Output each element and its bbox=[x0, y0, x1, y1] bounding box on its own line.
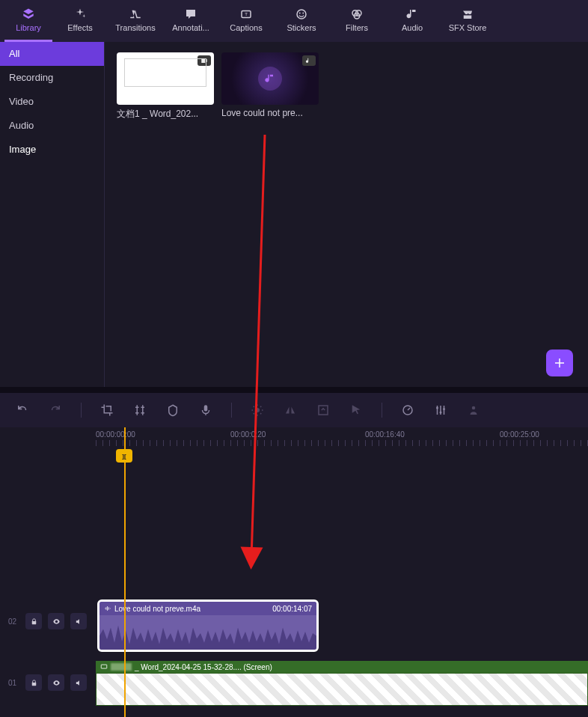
sidebar-item-recording[interactable]: Recording bbox=[0, 66, 104, 90]
track-row-02: 02 bbox=[0, 613, 588, 629]
timeline-ruler[interactable]: 00:00:00:00 00:00:0:20 00:00:16:40 00:00… bbox=[0, 427, 588, 448]
top-tabs: Library Effects Transitions Annotati... … bbox=[0, 0, 588, 42]
marker-button[interactable] bbox=[165, 403, 180, 418]
tab-label: Effects bbox=[67, 23, 92, 32]
sidebar-item-image[interactable]: Image bbox=[0, 138, 104, 162]
plus-icon bbox=[553, 356, 566, 370]
divider bbox=[81, 403, 82, 418]
tab-effects[interactable]: Effects bbox=[52, 0, 108, 42]
track-number: 01 bbox=[8, 679, 16, 687]
cursor-button[interactable] bbox=[349, 403, 364, 418]
divider bbox=[0, 387, 588, 393]
track-lock-button[interactable] bbox=[25, 674, 42, 691]
tab-library[interactable]: Library bbox=[4, 0, 52, 42]
waveform-icon bbox=[104, 605, 111, 612]
filters-icon bbox=[350, 7, 364, 21]
undo-button[interactable] bbox=[15, 403, 30, 418]
svg-rect-18 bbox=[31, 683, 36, 686]
clip-name: Love could not preve.m4a bbox=[114, 605, 200, 613]
media-thumbnail bbox=[117, 52, 214, 105]
track-visibility-button[interactable] bbox=[48, 613, 64, 629]
ruler-time: 00:00:16:40 bbox=[365, 430, 405, 439]
brightness-button[interactable] bbox=[250, 403, 265, 418]
store-icon bbox=[461, 7, 474, 21]
media-item-document[interactable]: 文档1 _ Word_202... bbox=[117, 52, 214, 120]
effects-icon bbox=[73, 7, 87, 21]
playhead-line bbox=[124, 427, 126, 717]
tab-captions[interactable]: T Captions bbox=[218, 0, 274, 42]
tab-sfx-store[interactable]: SFX Store bbox=[440, 0, 495, 42]
timeline[interactable]: 00:00:00:00 00:00:0:20 00:00:16:40 00:00… bbox=[0, 427, 588, 717]
track-lock-button[interactable] bbox=[25, 613, 42, 629]
svg-rect-10 bbox=[319, 406, 328, 415]
redo-button[interactable] bbox=[48, 403, 63, 418]
svg-point-15 bbox=[472, 406, 476, 410]
clip-name: _ Word_2024-04-25 15-32-28.... (Screen) bbox=[135, 663, 272, 671]
annotations-icon bbox=[184, 7, 197, 21]
stickers-icon bbox=[295, 7, 308, 21]
track-mute-button[interactable] bbox=[70, 613, 87, 629]
tracks-area: Love could not preve.m4a 00:00:14:07 02 bbox=[0, 457, 588, 717]
clip-header: _ Word_2024-04-25 15-32-28.... (Screen) bbox=[96, 661, 588, 673]
crop-button[interactable] bbox=[99, 403, 114, 418]
timeline-toolbar bbox=[0, 393, 588, 427]
svg-point-3 bbox=[299, 13, 301, 14]
svg-point-13 bbox=[440, 412, 442, 414]
tab-label: Transitions bbox=[115, 23, 155, 32]
tab-filters[interactable]: Filters bbox=[329, 0, 385, 42]
transitions-icon bbox=[129, 7, 142, 21]
captions-icon: T bbox=[239, 7, 253, 21]
add-media-button[interactable] bbox=[546, 350, 573, 376]
tab-label: SFX Store bbox=[449, 23, 487, 32]
tab-label: Captions bbox=[230, 23, 262, 32]
tab-label: Filters bbox=[346, 23, 368, 32]
sidebar-item-video[interactable]: Video bbox=[0, 90, 104, 114]
svg-rect-8 bbox=[204, 405, 208, 411]
media-item-audio[interactable]: Love could not pre... bbox=[221, 52, 319, 118]
media-thumbnail bbox=[221, 52, 319, 105]
playhead-handle[interactable]: ][ bbox=[116, 449, 132, 463]
music-note-icon bbox=[264, 73, 276, 85]
ruler-time: 00:00:25:00 bbox=[500, 430, 539, 439]
track-mute-button[interactable] bbox=[70, 674, 87, 691]
library-sidebar: All Recording Video Audio Image bbox=[0, 42, 105, 387]
ruler-ticks bbox=[96, 440, 588, 446]
svg-point-2 bbox=[297, 10, 306, 19]
media-grid: 文档1 _ Word_202... Love could not pre... bbox=[105, 42, 588, 387]
svg-point-14 bbox=[443, 408, 445, 410]
flip-button[interactable] bbox=[283, 403, 298, 418]
audio-icon bbox=[405, 7, 419, 21]
person-button[interactable] bbox=[466, 403, 481, 418]
svg-rect-17 bbox=[101, 665, 107, 668]
divider bbox=[231, 403, 232, 418]
sidebar-item-all[interactable]: All bbox=[0, 42, 104, 66]
voiceover-button[interactable] bbox=[198, 403, 213, 418]
content-area: All Recording Video Audio Image 文档1 _ Wo… bbox=[0, 42, 588, 387]
tab-label: Audio bbox=[402, 23, 423, 32]
ruler-time: 00:00:0:20 bbox=[230, 430, 266, 439]
svg-point-4 bbox=[302, 13, 304, 14]
video-badge-icon bbox=[197, 55, 211, 66]
speed-button[interactable] bbox=[400, 403, 415, 418]
ruler-time: 00:00:00:00 bbox=[96, 430, 135, 439]
tab-transitions[interactable]: Transitions bbox=[108, 0, 163, 42]
tab-audio[interactable]: Audio bbox=[385, 0, 440, 42]
split-button[interactable] bbox=[132, 403, 147, 418]
svg-point-9 bbox=[255, 408, 260, 412]
audio-badge-icon bbox=[302, 55, 316, 66]
tab-label: Annotati... bbox=[172, 23, 209, 32]
divider bbox=[382, 403, 382, 418]
tab-label: Library bbox=[16, 23, 41, 32]
fit-button[interactable] bbox=[316, 403, 331, 418]
library-icon bbox=[22, 7, 35, 21]
clip-duration: 00:00:14:07 bbox=[272, 605, 312, 613]
tab-label: Stickers bbox=[287, 23, 316, 32]
track-visibility-button[interactable] bbox=[48, 674, 64, 691]
audio-adjust-button[interactable] bbox=[433, 403, 448, 418]
tab-annotations[interactable]: Annotati... bbox=[163, 0, 218, 42]
media-label: 文档1 _ Word_202... bbox=[117, 108, 214, 120]
svg-text:T: T bbox=[245, 12, 248, 16]
track-row-01: 01 bbox=[0, 674, 588, 691]
tab-stickers[interactable]: Stickers bbox=[274, 0, 329, 42]
sidebar-item-audio[interactable]: Audio bbox=[0, 114, 104, 138]
